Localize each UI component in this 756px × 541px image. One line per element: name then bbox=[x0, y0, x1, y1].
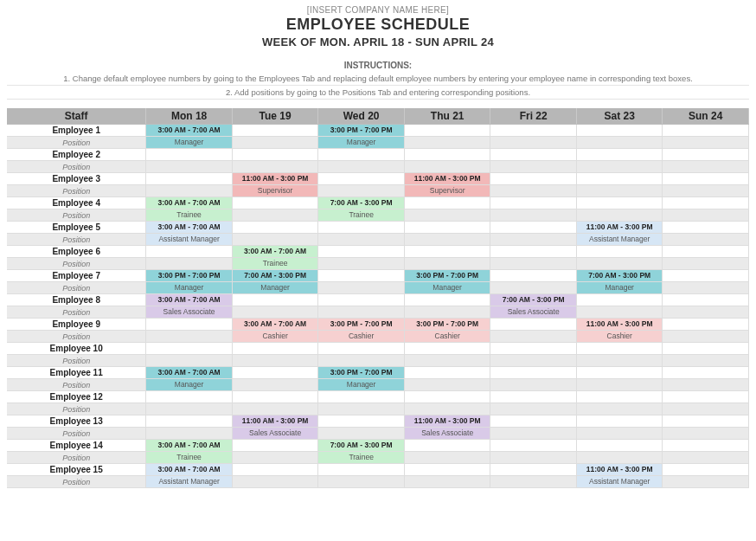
shift-time-cell[interactable] bbox=[663, 222, 749, 234]
shift-time-cell[interactable] bbox=[490, 319, 577, 331]
shift-position-cell[interactable]: Cashier bbox=[318, 331, 405, 343]
shift-position-cell[interactable] bbox=[404, 379, 490, 391]
shift-time-cell[interactable] bbox=[232, 149, 318, 161]
shift-position-cell[interactable] bbox=[576, 161, 663, 173]
shift-time-cell[interactable] bbox=[146, 391, 233, 403]
shift-position-cell[interactable] bbox=[404, 355, 490, 367]
shift-time-cell[interactable] bbox=[663, 294, 749, 306]
shift-time-cell[interactable] bbox=[232, 125, 318, 137]
shift-time-cell[interactable]: 3:00 PM - 7:00 PM bbox=[318, 367, 405, 379]
shift-position-cell[interactable]: Cashier bbox=[232, 331, 318, 343]
shift-position-cell[interactable] bbox=[318, 355, 405, 367]
shift-time-cell[interactable] bbox=[490, 391, 577, 403]
shift-time-cell[interactable] bbox=[146, 246, 233, 258]
shift-position-cell[interactable]: Sales Associate bbox=[404, 428, 490, 440]
shift-time-cell[interactable] bbox=[490, 464, 577, 476]
shift-position-cell[interactable]: Manager bbox=[404, 282, 490, 294]
shift-position-cell[interactable]: Supervisor bbox=[232, 185, 318, 197]
shift-position-cell[interactable] bbox=[232, 234, 318, 246]
shift-time-cell[interactable] bbox=[490, 222, 577, 234]
shift-position-cell[interactable] bbox=[404, 137, 490, 149]
shift-time-cell[interactable] bbox=[318, 464, 405, 476]
shift-time-cell[interactable] bbox=[490, 367, 577, 379]
shift-position-cell[interactable] bbox=[404, 403, 490, 415]
shift-time-cell[interactable]: 3:00 AM - 7:00 AM bbox=[146, 294, 233, 306]
employee-name[interactable]: Employee 6 bbox=[7, 246, 146, 258]
shift-time-cell[interactable]: 3:00 PM - 7:00 PM bbox=[318, 319, 405, 331]
shift-position-cell[interactable] bbox=[663, 282, 749, 294]
shift-position-cell[interactable]: Manager bbox=[146, 379, 233, 391]
shift-time-cell[interactable] bbox=[576, 367, 663, 379]
employee-name[interactable]: Employee 2 bbox=[7, 149, 146, 161]
shift-time-cell[interactable] bbox=[232, 343, 318, 355]
shift-time-cell[interactable]: 3:00 AM - 7:00 AM bbox=[146, 222, 233, 234]
shift-position-cell[interactable] bbox=[576, 258, 663, 270]
shift-position-cell[interactable] bbox=[663, 234, 749, 246]
shift-position-cell[interactable] bbox=[490, 234, 577, 246]
shift-position-cell[interactable] bbox=[663, 209, 749, 222]
shift-time-cell[interactable] bbox=[318, 270, 405, 282]
shift-position-cell[interactable]: Manager bbox=[576, 282, 663, 294]
shift-position-cell[interactable] bbox=[490, 209, 577, 222]
shift-time-cell[interactable]: 3:00 AM - 7:00 AM bbox=[146, 440, 233, 452]
shift-position-cell[interactable] bbox=[663, 476, 749, 488]
shift-position-cell[interactable] bbox=[232, 452, 318, 464]
shift-position-cell[interactable] bbox=[146, 185, 233, 197]
shift-time-cell[interactable]: 3:00 PM - 7:00 PM bbox=[146, 270, 233, 282]
shift-position-cell[interactable] bbox=[663, 355, 749, 367]
shift-position-cell[interactable]: Manager bbox=[318, 137, 405, 149]
shift-time-cell[interactable]: 11:00 AM - 3:00 PM bbox=[232, 173, 318, 185]
shift-position-cell[interactable]: Manager bbox=[146, 137, 233, 149]
shift-position-cell[interactable] bbox=[232, 403, 318, 415]
shift-time-cell[interactable] bbox=[663, 391, 749, 403]
employee-name[interactable]: Employee 8 bbox=[7, 294, 146, 306]
shift-time-cell[interactable] bbox=[576, 294, 663, 306]
shift-time-cell[interactable] bbox=[146, 319, 233, 331]
shift-time-cell[interactable] bbox=[232, 464, 318, 476]
shift-position-cell[interactable] bbox=[146, 403, 233, 415]
shift-time-cell[interactable]: 11:00 AM - 3:00 PM bbox=[576, 319, 663, 331]
shift-time-cell[interactable] bbox=[576, 343, 663, 355]
employee-name[interactable]: Employee 15 bbox=[7, 464, 146, 476]
shift-time-cell[interactable] bbox=[576, 440, 663, 452]
shift-time-cell[interactable]: 7:00 AM - 3:00 PM bbox=[576, 270, 663, 282]
shift-time-cell[interactable] bbox=[232, 367, 318, 379]
shift-position-cell[interactable] bbox=[318, 185, 405, 197]
shift-time-cell[interactable] bbox=[318, 149, 405, 161]
shift-position-cell[interactable] bbox=[146, 428, 233, 440]
shift-position-cell[interactable]: Assistant Manager bbox=[146, 476, 233, 488]
shift-position-cell[interactable] bbox=[318, 234, 405, 246]
shift-time-cell[interactable] bbox=[404, 222, 490, 234]
shift-position-cell[interactable] bbox=[663, 185, 749, 197]
shift-time-cell[interactable] bbox=[663, 270, 749, 282]
shift-position-cell[interactable] bbox=[490, 476, 577, 488]
shift-position-cell[interactable]: Cashier bbox=[404, 331, 490, 343]
shift-position-cell[interactable] bbox=[576, 185, 663, 197]
shift-time-cell[interactable]: 7:00 AM - 3:00 PM bbox=[318, 440, 405, 452]
shift-time-cell[interactable]: 11:00 AM - 3:00 PM bbox=[576, 464, 663, 476]
shift-position-cell[interactable] bbox=[576, 379, 663, 391]
shift-position-cell[interactable] bbox=[663, 452, 749, 464]
shift-position-cell[interactable]: Assistant Manager bbox=[576, 234, 663, 246]
shift-position-cell[interactable]: Trainee bbox=[146, 209, 233, 222]
shift-time-cell[interactable] bbox=[232, 197, 318, 209]
shift-position-cell[interactable] bbox=[576, 209, 663, 222]
shift-position-cell[interactable] bbox=[404, 209, 490, 222]
employee-name[interactable]: Employee 1 bbox=[7, 125, 146, 137]
shift-position-cell[interactable] bbox=[663, 258, 749, 270]
shift-position-cell[interactable]: Sales Associate bbox=[232, 428, 318, 440]
shift-position-cell[interactable] bbox=[318, 476, 405, 488]
shift-position-cell[interactable] bbox=[404, 161, 490, 173]
shift-position-cell[interactable]: Trainee bbox=[318, 452, 405, 464]
shift-position-cell[interactable] bbox=[663, 428, 749, 440]
shift-position-cell[interactable] bbox=[232, 161, 318, 173]
shift-position-cell[interactable] bbox=[318, 258, 405, 270]
shift-time-cell[interactable] bbox=[490, 415, 577, 428]
shift-position-cell[interactable] bbox=[318, 161, 405, 173]
shift-position-cell[interactable] bbox=[146, 258, 233, 270]
shift-position-cell[interactable] bbox=[318, 428, 405, 440]
shift-time-cell[interactable] bbox=[404, 343, 490, 355]
shift-position-cell[interactable] bbox=[663, 379, 749, 391]
shift-position-cell[interactable]: Manager bbox=[232, 282, 318, 294]
shift-position-cell[interactable]: Trainee bbox=[318, 209, 405, 222]
